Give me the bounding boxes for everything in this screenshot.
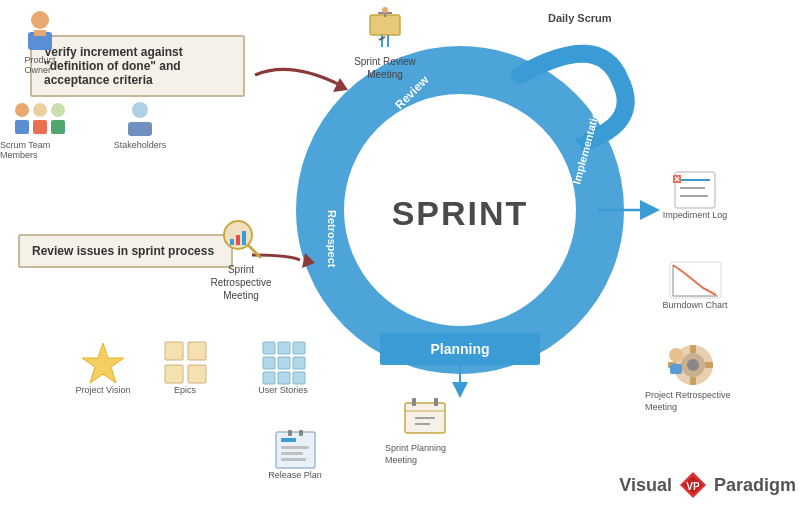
burndown-chart-label: Burndown Chart (662, 300, 727, 310)
project-retrospective-label: Project Retrospective Meeting (645, 390, 735, 413)
svg-point-51 (669, 348, 683, 362)
sprint-retrospective-meeting: Sprint Retrospective Meeting (196, 213, 286, 302)
sprint-review-meeting: Sprint Review Meeting (345, 5, 425, 81)
svg-text:Planning: Planning (430, 341, 489, 357)
svg-rect-57 (188, 365, 206, 383)
product-owner: ProductOwner (5, 10, 75, 75)
sprint-retrospective-label: Sprint Retrospective Meeting (196, 263, 286, 302)
svg-marker-9 (302, 253, 315, 268)
svg-rect-27 (15, 120, 29, 134)
epics: Epics (150, 340, 220, 395)
sprint-planning-label: Sprint Planning Meeting (385, 443, 465, 466)
svg-rect-52 (670, 364, 682, 374)
svg-rect-6 (380, 333, 540, 365)
svg-point-32 (132, 102, 148, 118)
svg-rect-31 (51, 120, 65, 134)
project-retrospective-meeting: Project Retrospective Meeting (645, 340, 735, 413)
svg-point-23 (31, 11, 49, 29)
svg-rect-70 (281, 452, 303, 455)
svg-rect-73 (299, 430, 303, 436)
stakeholders: Stakeholders (105, 100, 175, 150)
svg-rect-21 (236, 235, 240, 245)
svg-marker-53 (82, 343, 124, 383)
svg-rect-47 (690, 377, 696, 385)
svg-text:Implementation: Implementation (570, 104, 603, 186)
svg-rect-69 (281, 446, 309, 449)
svg-rect-58 (263, 342, 275, 354)
svg-rect-49 (705, 362, 713, 368)
svg-point-26 (15, 103, 29, 117)
burndown-chart: Burndown Chart (655, 260, 735, 310)
svg-point-14 (382, 7, 388, 13)
svg-rect-60 (293, 342, 305, 354)
svg-rect-55 (188, 342, 206, 360)
svg-rect-63 (293, 357, 305, 369)
svg-rect-22 (242, 231, 246, 245)
release-plan-label: Release Plan (268, 470, 322, 480)
project-vision: Project Vision (68, 340, 138, 395)
svg-text:Retrospect: Retrospect (326, 210, 338, 268)
svg-line-19 (248, 245, 260, 257)
scrum-team-members: Scrum Team Members (0, 100, 80, 160)
svg-rect-64 (263, 372, 275, 384)
svg-text:VP: VP (686, 481, 700, 492)
svg-rect-66 (293, 372, 305, 384)
svg-point-0 (320, 70, 600, 350)
daily-scrum-label: Daily Scrum (548, 12, 612, 24)
svg-point-1 (350, 100, 570, 320)
epics-label: Epics (174, 385, 196, 395)
svg-rect-67 (276, 432, 315, 468)
sprint-planning-meeting: Sprint Planning Meeting (385, 398, 465, 466)
vp-logo: Visual VP Paradigm (619, 470, 796, 500)
svg-rect-11 (370, 15, 400, 35)
scrum-team-label: Scrum Team Members (0, 140, 80, 160)
callout-bottom-text: Review issues in sprint process (32, 244, 214, 258)
project-vision-label: Project Vision (76, 385, 131, 395)
svg-rect-25 (34, 30, 46, 36)
svg-rect-59 (278, 342, 290, 354)
svg-rect-71 (281, 458, 306, 461)
svg-rect-54 (165, 342, 183, 360)
impediment-log-label: Impediment Log (663, 210, 728, 220)
svg-rect-65 (278, 372, 290, 384)
svg-rect-68 (281, 438, 296, 442)
stakeholders-label: Stakeholders (114, 140, 167, 150)
product-owner-label: ProductOwner (24, 55, 55, 75)
svg-marker-2 (575, 136, 595, 155)
user-stories-label: User Stories (258, 385, 308, 395)
svg-rect-62 (278, 357, 290, 369)
svg-rect-46 (690, 345, 696, 353)
svg-rect-20 (230, 239, 234, 245)
svg-point-28 (33, 103, 47, 117)
svg-rect-56 (165, 365, 183, 383)
svg-rect-61 (263, 357, 275, 369)
sprint-review-label: Sprint Review Meeting (345, 55, 425, 81)
svg-rect-76 (412, 398, 416, 406)
svg-text:SPRINT: SPRINT (392, 194, 529, 232)
impediment-log: Impediment Log (655, 170, 735, 220)
svg-rect-72 (288, 430, 292, 436)
svg-rect-77 (434, 398, 438, 406)
vp-diamond-icon: VP (678, 470, 708, 500)
release-plan: Release Plan (255, 430, 335, 480)
user-stories: User Stories (248, 340, 318, 395)
svg-rect-33 (128, 122, 152, 136)
vp-visual-text: Visual (619, 475, 672, 496)
svg-point-30 (51, 103, 65, 117)
vp-paradigm-text: Paradigm (714, 475, 796, 496)
svg-rect-29 (33, 120, 47, 134)
svg-point-50 (687, 359, 699, 371)
